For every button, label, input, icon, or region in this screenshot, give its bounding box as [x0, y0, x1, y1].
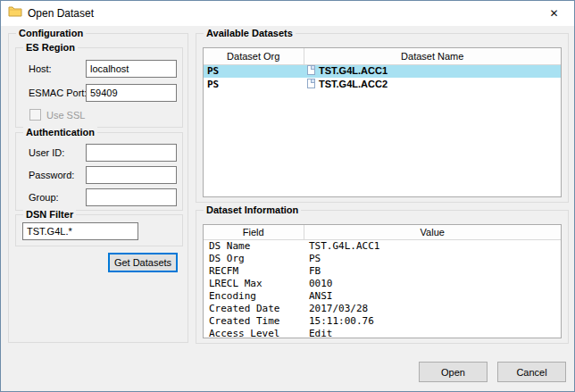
- available-datasets-body: PSTST.G4L.ACC1PSTST.G4L.ACC2: [204, 64, 561, 91]
- info-field-cell: Encoding: [204, 289, 304, 302]
- window-title: Open Dataset: [28, 7, 94, 20]
- es-region-group-title: ES Region: [23, 42, 78, 54]
- close-button[interactable]: ✕: [534, 1, 574, 26]
- get-datasets-button-label: Get Datasets: [114, 257, 171, 268]
- app-icon: [8, 4, 22, 22]
- info-value-cell: FB: [304, 264, 561, 277]
- dialog-body: Configuration ES Region Host: ESMAC Port…: [1, 26, 574, 392]
- info-field-cell: Created Date: [204, 302, 304, 314]
- info-row: Access LevelEdit: [204, 327, 561, 338]
- info-value-cell: 15:11:00.76: [304, 314, 561, 327]
- get-datasets-button[interactable]: Get Datasets: [108, 253, 178, 272]
- info-field-cell: LRECL Max: [204, 277, 304, 289]
- info-row: Created Date2017/03/28: [204, 302, 561, 314]
- dataset-org-cell: PS: [204, 78, 304, 91]
- file-icon: [307, 79, 315, 88]
- dsn-filter-group: DSN Filter: [15, 214, 183, 246]
- password-label: Password:: [29, 170, 74, 181]
- field-column-header: Field: [204, 225, 304, 239]
- info-row: Created Time15:11:00.76: [204, 314, 561, 327]
- titlebar[interactable]: Open Dataset ✕: [1, 1, 574, 26]
- info-row: RECFMFB: [204, 264, 561, 277]
- dataset-row[interactable]: PSTST.G4L.ACC1: [204, 64, 561, 78]
- authentication-group-title: Authentication: [23, 127, 97, 138]
- dataset-name-cell: TST.G4L.ACC2: [304, 78, 561, 91]
- info-field-cell: RECFM: [204, 264, 304, 277]
- configuration-group: Configuration ES Region Host: ESMAC Port…: [8, 33, 188, 343]
- available-datasets-group: Available Datasets Dataset Org Dataset N…: [196, 33, 569, 203]
- dataset-information-body: DS NameTST.G4L.ACC1DS OrgPSRECFMFBLRECL …: [204, 239, 561, 338]
- info-row: LRECL Max0010: [204, 277, 561, 289]
- open-button-label: Open: [441, 367, 465, 378]
- dataset-information-group-title: Dataset Information: [204, 204, 301, 216]
- info-value-cell: Edit: [304, 327, 561, 338]
- open-button[interactable]: Open: [419, 362, 488, 382]
- cancel-button-label: Cancel: [516, 367, 546, 378]
- user-id-input[interactable]: [86, 144, 177, 162]
- dataset-name-cell: TST.G4L.ACC1: [304, 64, 561, 78]
- info-field-cell: Created Time: [204, 314, 304, 327]
- configuration-group-title: Configuration: [16, 28, 86, 39]
- authentication-group: Authentication User ID: Password: Group:: [15, 132, 183, 211]
- available-datasets-header-row: Dataset Org Dataset Name: [204, 48, 561, 64]
- info-value-cell: 0010: [304, 277, 561, 289]
- value-column-header: Value: [304, 225, 561, 239]
- dsn-filter-group-title: DSN Filter: [23, 209, 76, 221]
- group-label: Group:: [29, 192, 59, 204]
- info-row: DS NameTST.G4L.ACC1: [204, 239, 561, 252]
- dataset-information-header-row: Field Value: [204, 225, 561, 239]
- host-input[interactable]: [86, 60, 177, 78]
- user-id-label: User ID:: [29, 147, 64, 159]
- dataset-name-text: TST.G4L.ACC2: [319, 79, 388, 89]
- host-label: Host:: [29, 63, 52, 75]
- dataset-org-cell: PS: [204, 64, 304, 78]
- esmac-port-label: ESMAC Port:: [29, 88, 87, 99]
- esmac-port-input[interactable]: [86, 84, 177, 102]
- dataset-name-column-header[interactable]: Dataset Name: [304, 48, 561, 64]
- use-ssl-checkbox: [29, 109, 41, 121]
- info-value-cell: TST.G4L.ACC1: [304, 239, 561, 252]
- dataset-information-list: Field Value DS NameTST.G4L.ACC1DS OrgPSR…: [203, 224, 562, 338]
- dataset-row[interactable]: PSTST.G4L.ACC2: [204, 78, 561, 91]
- info-row: EncodingANSI: [204, 289, 561, 302]
- use-ssl-label: Use SSL: [46, 110, 85, 121]
- available-datasets-list[interactable]: Dataset Org Dataset Name PSTST.G4L.ACC1P…: [203, 47, 562, 197]
- info-value-cell: ANSI: [304, 289, 561, 302]
- es-region-group: ES Region Host: ESMAC Port: Use SSL: [15, 47, 183, 128]
- info-field-cell: DS Name: [204, 239, 304, 252]
- open-dataset-window: Open Dataset ✕ Configuration ES Region H…: [0, 0, 575, 392]
- file-icon: [307, 65, 315, 75]
- dataset-org-column-header[interactable]: Dataset Org: [204, 48, 304, 64]
- info-field-cell: Access Level: [204, 327, 304, 338]
- info-field-cell: DS Org: [204, 252, 304, 264]
- password-input[interactable]: [86, 166, 177, 184]
- info-value-cell: PS: [304, 252, 561, 264]
- info-value-cell: 2017/03/28: [304, 302, 561, 314]
- cancel-button[interactable]: Cancel: [497, 362, 566, 382]
- dataset-name-text: TST.G4L.ACC1: [319, 65, 388, 76]
- info-row: DS OrgPS: [204, 252, 561, 264]
- group-input[interactable]: [86, 188, 177, 206]
- close-icon: ✕: [549, 7, 558, 20]
- available-datasets-group-title: Available Datasets: [204, 28, 296, 39]
- dataset-information-group: Dataset Information Field Value DS NameT…: [196, 210, 569, 344]
- dsn-filter-input[interactable]: [22, 222, 138, 240]
